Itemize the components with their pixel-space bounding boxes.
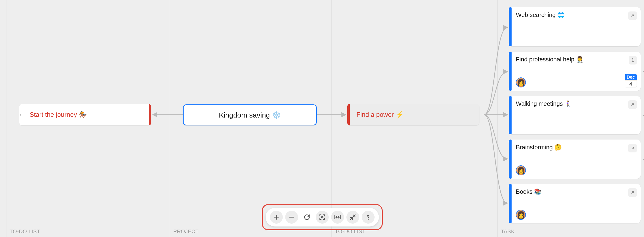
zoom-out-button[interactable] <box>285 211 298 224</box>
column-label-task: TASK <box>501 229 515 235</box>
avatar[interactable]: 👩 <box>516 165 526 175</box>
task-card-books[interactable]: Books 📚 👩 <box>509 184 641 223</box>
due-month: Dec <box>625 74 637 80</box>
svg-point-1 <box>368 219 368 219</box>
view-toolbar <box>266 208 379 227</box>
collapse-toggle[interactable]: − <box>480 112 487 118</box>
zoom-in-button[interactable] <box>270 211 283 224</box>
avatar[interactable]: 👩 <box>516 77 526 87</box>
subtask-count-badge: 1 <box>629 56 637 64</box>
svg-point-0 <box>322 217 323 218</box>
task-accent-bar <box>509 184 512 223</box>
node-find-power[interactable]: Find a power ⚡ <box>348 104 479 125</box>
arrow-right-icon[interactable]: → <box>641 68 644 74</box>
accent-bar <box>347 104 350 125</box>
arrow-left-icon: ← <box>18 111 25 118</box>
task-accent-bar <box>509 52 512 91</box>
help-button[interactable] <box>362 211 374 224</box>
arrow-right-icon[interactable]: → <box>641 156 644 163</box>
expand-icon[interactable] <box>628 100 637 109</box>
task-title: Walking meetings 🚶‍♀️ <box>516 100 572 107</box>
column-divider <box>497 0 498 237</box>
column-divider <box>170 0 170 237</box>
expand-icon[interactable] <box>628 188 637 197</box>
task-title: Web searching 🌐 <box>516 11 565 18</box>
fit-width-button[interactable] <box>331 211 344 224</box>
node-start-journey[interactable]: ← Start the journey 🏇 <box>19 104 150 125</box>
task-title: Brainstorming 🤔 <box>516 144 562 151</box>
task-title: Books 📚 <box>516 188 542 195</box>
task-accent-bar <box>509 7 512 46</box>
accent-bar <box>149 104 151 125</box>
column-divider <box>331 0 332 237</box>
avatar[interactable]: 👩 <box>516 210 526 220</box>
task-card-professional-help[interactable]: Find professional help 👩‍⚕️ 1 👩 Dec 4 → <box>509 52 641 91</box>
node-title: Find a power ⚡ <box>348 111 411 118</box>
task-accent-bar <box>509 96 512 134</box>
due-date-badge: Dec 4 <box>625 74 637 87</box>
due-day: 4 <box>625 80 637 87</box>
node-title: Kingdom saving ❄️ <box>212 111 288 119</box>
task-card-walking-meetings[interactable]: Walking meetings 🚶‍♀️ → <box>509 96 641 134</box>
expand-icon[interactable] <box>628 144 637 152</box>
node-title: Start the journey 🏇 <box>19 111 94 118</box>
arrow-right-icon[interactable]: → <box>641 112 644 118</box>
collapse-all-button[interactable] <box>346 211 359 224</box>
task-accent-bar <box>509 140 512 179</box>
task-title: Find professional help 👩‍⚕️ <box>516 56 584 63</box>
expand-icon[interactable] <box>628 11 637 20</box>
reset-view-button[interactable] <box>300 211 314 224</box>
task-card-web-searching[interactable]: Web searching 🌐 <box>509 7 641 46</box>
column-label-todo-left: TO-DO LIST <box>10 229 40 235</box>
node-kingdom-saving[interactable]: Kingdom saving ❄️ <box>183 104 317 125</box>
column-divider <box>6 0 6 237</box>
column-label-project: PROJECT <box>173 229 199 235</box>
task-card-brainstorming[interactable]: Brainstorming 🤔 👩 → <box>509 140 641 179</box>
center-focus-button[interactable] <box>316 211 329 224</box>
toolbar-highlight-frame <box>262 204 383 230</box>
